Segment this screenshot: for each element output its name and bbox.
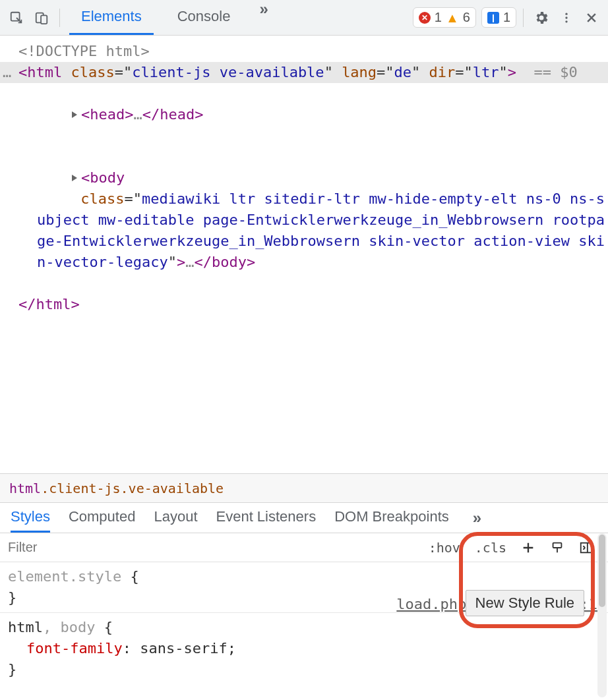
dom-node-html-close[interactable]: </html> xyxy=(0,294,608,315)
tab-dom-breakpoints[interactable]: DOM Breakpoints xyxy=(334,503,449,533)
issues-badge[interactable]: ❙ 1 xyxy=(481,7,516,28)
settings-gear-icon[interactable] xyxy=(530,7,553,29)
dom-tree[interactable]: <!DOCTYPE html> <html class="client-js v… xyxy=(0,36,608,473)
dom-node-html[interactable]: <html class="client-js ve-available" lan… xyxy=(0,62,608,83)
more-tabs-icon[interactable]: » xyxy=(254,0,273,35)
dom-breadcrumb[interactable]: html.client-js.ve-available xyxy=(0,473,608,502)
styles-toolbar: :hov .cls xyxy=(0,533,608,562)
warning-icon: ▲ xyxy=(446,11,459,24)
styles-pane: Styles Computed Layout Event Listeners D… xyxy=(0,502,608,700)
tab-computed[interactable]: Computed xyxy=(69,503,136,533)
toolbar-separator xyxy=(523,9,524,27)
expand-triangle-icon[interactable] xyxy=(72,175,77,181)
kebab-menu-icon[interactable] xyxy=(555,7,578,29)
tab-styles[interactable]: Styles xyxy=(11,503,50,533)
issues-icon: ❙ xyxy=(487,12,499,24)
svg-rect-7 xyxy=(581,542,592,552)
svg-point-5 xyxy=(565,20,567,22)
svg-point-4 xyxy=(565,16,567,18)
toolbar-separator xyxy=(59,9,60,27)
tab-elements[interactable]: Elements xyxy=(69,0,154,35)
tab-console[interactable]: Console xyxy=(166,0,243,35)
dom-node-head[interactable]: <head>…</head> xyxy=(0,83,608,146)
inspect-icon[interactable] xyxy=(5,7,28,29)
paint-flash-icon[interactable] xyxy=(546,537,568,559)
breadcrumb-tag[interactable]: html xyxy=(9,481,41,496)
issues-count: 1 xyxy=(503,10,510,25)
expand-triangle-icon[interactable] xyxy=(72,111,77,118)
styles-tabs: Styles Computed Layout Event Listeners D… xyxy=(0,503,608,533)
new-style-rule-tooltip: New Style Rule xyxy=(466,590,584,616)
svg-rect-2 xyxy=(41,15,47,24)
close-icon[interactable] xyxy=(580,7,603,29)
errors-warnings-badge[interactable]: ✕ 1 ▲ 6 xyxy=(413,7,476,28)
devtools-toolbar: Elements Console » ✕ 1 ▲ 6 ❙ 1 xyxy=(0,0,608,36)
new-style-rule-button[interactable] xyxy=(517,537,539,559)
styles-filter-input[interactable] xyxy=(0,533,418,562)
dom-node-body[interactable]: <body class="mediawiki ltr sitedir-ltr m… xyxy=(0,146,608,294)
tab-layout[interactable]: Layout xyxy=(154,503,197,533)
computed-sidebar-icon[interactable] xyxy=(575,537,597,559)
device-toggle-icon[interactable] xyxy=(30,7,53,29)
selected-marker: == $0 xyxy=(534,64,578,80)
tab-event-listeners[interactable]: Event Listeners xyxy=(216,503,317,533)
more-styles-tabs-icon[interactable]: » xyxy=(468,509,487,527)
breadcrumb-classes[interactable]: .client-js.ve-available xyxy=(41,481,224,496)
errors-count: 1 xyxy=(435,10,442,25)
styles-rules[interactable]: element.style { } html, body { font-fami… xyxy=(0,562,608,700)
svg-rect-6 xyxy=(553,542,562,547)
cls-toggle[interactable]: .cls xyxy=(471,537,510,558)
panel-tabs: Elements Console » xyxy=(69,0,274,35)
rule-html-body[interactable]: html, body { font-family: sans-serif; } xyxy=(8,617,600,680)
warnings-count: 6 xyxy=(463,10,470,25)
error-icon: ✕ xyxy=(419,12,431,24)
scrollbar[interactable] xyxy=(597,533,607,697)
svg-point-3 xyxy=(565,13,567,15)
hov-toggle[interactable]: :hov xyxy=(425,537,464,558)
dom-doctype[interactable]: <!DOCTYPE html> xyxy=(0,41,608,62)
